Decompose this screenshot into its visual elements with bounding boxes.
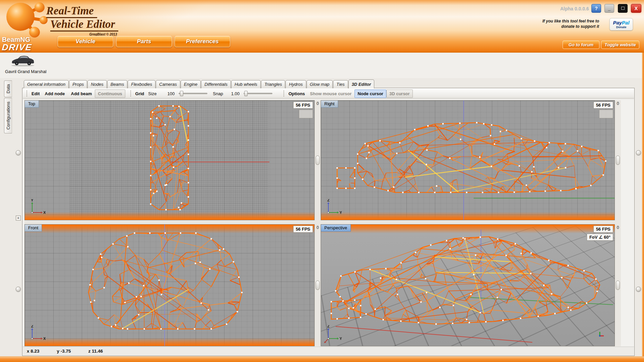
window-edge xyxy=(642,53,644,362)
scroll-thumb[interactable] xyxy=(636,287,641,292)
svg-text:Z: Z xyxy=(327,325,330,328)
paypal-donate-button[interactable]: PayPal Donate xyxy=(609,18,633,31)
node-cursor-toggle[interactable]: Node cursor xyxy=(355,89,386,98)
snap-slider[interactable] xyxy=(244,90,272,97)
paypal-logo: PayPal xyxy=(613,20,629,25)
add-beam-button[interactable]: Add beam xyxy=(68,89,95,98)
splitter-thumb[interactable] xyxy=(616,281,620,290)
fps-counter: 56 FPS xyxy=(293,226,313,233)
side-tab-data[interactable]: Data xyxy=(4,80,12,97)
app-window: BeamNG DRIVE Real-Time Vehicle Editor Gr… xyxy=(0,0,644,362)
svg-text:Y: Y xyxy=(339,210,342,215)
svg-text:X: X xyxy=(324,343,324,343)
slider-thumb[interactable] xyxy=(244,91,248,96)
scroll-thumb[interactable] xyxy=(636,150,641,155)
viewport-splitter-horizontal[interactable] xyxy=(24,220,621,224)
viewport-title: Perspective xyxy=(321,225,351,232)
viewport-title: Top xyxy=(25,101,39,108)
right-scrollbar xyxy=(636,80,641,355)
scroll-value: 0 xyxy=(615,101,621,106)
tab-3d-editor[interactable]: 3D Editor xyxy=(348,79,375,88)
splitter-thumb[interactable] xyxy=(616,156,620,165)
viewport-splitter-vertical[interactable]: 0 xyxy=(315,224,321,346)
fps-counter: 56 FPS xyxy=(293,102,313,109)
toolbar-grip xyxy=(283,90,284,97)
tab-flexbodies[interactable]: Flexbodies xyxy=(128,80,155,88)
splitter-thumb[interactable] xyxy=(316,156,320,165)
toggle-website-button[interactable]: Toggle website xyxy=(601,41,639,49)
wireframe-front-view xyxy=(25,225,314,346)
minimize-button[interactable]: _ xyxy=(604,4,614,13)
tab-beams[interactable]: Beams xyxy=(107,80,127,88)
header: BeamNG DRIVE Real-Time Vehicle Editor Gr… xyxy=(0,0,644,53)
preferences-button[interactable]: Preferences xyxy=(175,36,230,47)
viewport-perspective[interactable]: Perspective 56 FPS FoV ∠ 60° ZYX xyxy=(321,224,615,346)
add-node-button[interactable]: Add node xyxy=(42,89,68,98)
vehicle-button[interactable]: Vehicle xyxy=(58,36,113,47)
fov-label: FoV ∠ 60° xyxy=(587,234,613,241)
tab-nodes[interactable]: Nodes xyxy=(87,80,107,88)
continuous-toggle[interactable]: Continuous xyxy=(95,89,125,98)
maximize-button[interactable] xyxy=(618,4,628,13)
coord-z: z 11.46 xyxy=(88,349,103,354)
tab-props[interactable]: Props xyxy=(69,80,87,88)
tab-engine[interactable]: Engine xyxy=(181,80,201,88)
scroll-thumb[interactable] xyxy=(16,150,21,155)
scroll-value: 0 xyxy=(615,225,621,230)
viewport-front[interactable]: Front 56 FPS ZX xyxy=(24,224,315,346)
viewport-area: Top 56 FPS YX 0 Right 56 FPS xyxy=(24,100,621,346)
scroll-value: 0 xyxy=(315,225,321,230)
tab-ties[interactable]: Ties xyxy=(333,80,348,88)
app-title: Real-Time Vehicle Editor GregBlast © 201… xyxy=(46,5,118,36)
tab-general-information[interactable]: General information xyxy=(24,80,69,88)
viewport-title: Front xyxy=(25,225,42,232)
svg-text:X: X xyxy=(43,210,46,215)
viewport-corner-box xyxy=(299,110,313,118)
tab-hydros[interactable]: Hydros xyxy=(285,80,306,88)
vehicle-thumbnail[interactable] xyxy=(10,54,36,68)
version-label: Alpha 0.0.0.6 xyxy=(560,6,589,11)
viewport-top[interactable]: Top 56 FPS YX xyxy=(24,100,315,220)
toolbar-grip xyxy=(130,90,131,97)
splitter-plus-button[interactable]: + xyxy=(16,216,21,221)
status-bar: x 8.23 y -3.75 z 11.46 xyxy=(23,347,634,355)
viewport-side-column[interactable]: 0 xyxy=(615,224,621,346)
axis-gizmo: ZY xyxy=(324,199,342,217)
title-line1: Real-Time xyxy=(46,5,97,18)
main-panel: General information Props Nodes Beams Fl… xyxy=(22,79,635,356)
viewport-right[interactable]: Right 56 FPS ZY xyxy=(321,100,615,220)
go-to-forum-button[interactable]: Go to forum xyxy=(563,41,599,49)
edit-label: Edit xyxy=(31,91,40,96)
fps-counter: 56 FPS xyxy=(593,226,613,233)
brand-text: BeamNG DRIVE xyxy=(2,36,49,52)
show-mouse-cursor-toggle[interactable]: Show mouse cursor xyxy=(307,89,355,98)
cursor-3d-toggle[interactable]: 3D cursor xyxy=(386,89,413,98)
splitter-thumb[interactable] xyxy=(316,281,320,290)
snap-label: Snap xyxy=(213,91,223,96)
viewport-side-column[interactable]: 0 xyxy=(615,100,621,220)
coord-y: y -3.75 xyxy=(57,349,71,354)
tab-page-3d-editor: Edit Add node Add beam Continuous Grid S… xyxy=(22,88,635,356)
size-slider[interactable] xyxy=(179,90,207,97)
side-tab-configurations[interactable]: Configurations xyxy=(4,98,12,133)
help-button[interactable]: ? xyxy=(591,4,601,13)
paypal-donate-label: Donate xyxy=(616,25,627,29)
tab-triangles[interactable]: Triangles xyxy=(261,80,285,88)
slider-thumb[interactable] xyxy=(180,91,183,96)
size-value: 100 xyxy=(168,91,175,96)
viewport-splitter-vertical[interactable]: 0 xyxy=(315,100,321,220)
snap-value: 1.00 xyxy=(231,91,240,96)
tab-differentials[interactable]: Differentials xyxy=(201,80,231,88)
tab-cameras[interactable]: Cameras xyxy=(156,80,180,88)
svg-text:X: X xyxy=(43,337,46,341)
grid-label: Grid xyxy=(135,91,144,96)
scroll-thumb[interactable] xyxy=(16,287,21,292)
parts-button[interactable]: Parts xyxy=(116,36,172,47)
tab-hub-wheels[interactable]: Hub wheels xyxy=(231,80,261,88)
tab-glow-map[interactable]: Glow map xyxy=(307,80,333,88)
close-button[interactable]: X xyxy=(631,4,641,13)
size-label: Size xyxy=(148,91,156,96)
vehicle-strip: Gavril Grand Marshal xyxy=(0,53,644,78)
axis-gizmo: ZX xyxy=(27,325,46,343)
svg-text:Y: Y xyxy=(339,337,342,341)
